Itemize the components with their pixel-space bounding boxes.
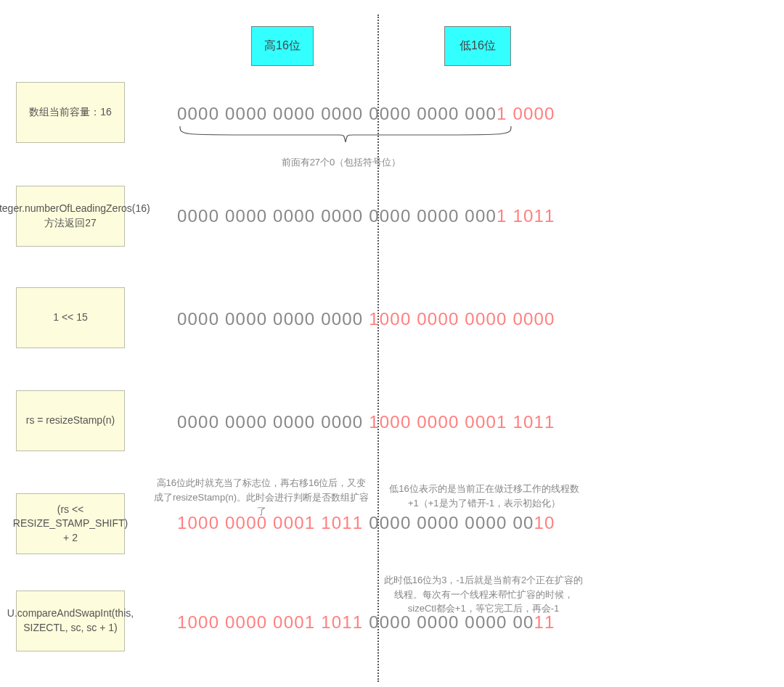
binary-row4-right-red: 1000 0000 0001 1011 (369, 412, 555, 432)
binary-row2: 0000 0000 0000 0000 0000 0000 0001 1011 (177, 206, 555, 226)
header-high16-label: 高16位 (264, 38, 301, 54)
label-row6: U.compareAndSwapInt(this, SIZECTL, sc, s… (16, 591, 125, 651)
header-high16: 高16位 (251, 26, 314, 66)
binary-row4-left: 0000 0000 0000 0000 (177, 412, 363, 432)
label-row4-text: rs = resizeStamp(n) (26, 414, 115, 428)
label-row3: 1 << 15 (16, 287, 125, 348)
binary-row3: 0000 0000 0000 0000 1000 0000 0000 0000 (177, 309, 555, 329)
label-row5-text: (rs << RESIZE_STAMP_SHIFT) + 2 (13, 503, 128, 546)
label-row2-text: Integer.numberOfLeadingZeros(16)方法返回27 (0, 202, 150, 230)
binary-row5: 1000 0000 0001 1011 0000 0000 0000 0010 (177, 513, 555, 533)
binary-row6: 1000 0000 0001 1011 0000 0000 0000 0011 (177, 612, 555, 633)
label-row2: Integer.numberOfLeadingZeros(16)方法返回27 (16, 186, 125, 247)
label-row1: 数组当前容量：16 (16, 82, 125, 143)
note-row6-right: 此时低16位为3，-1后就是当前有2个正在扩容的线程。每次有一个线程来帮忙扩容的… (380, 573, 587, 616)
binary-row5-right-black: 0000 0000 0000 00 (369, 513, 534, 532)
label-row3-text: 1 << 15 (53, 310, 88, 325)
binary-row5-right-red: 10 (534, 513, 555, 532)
label-row6-text: U.compareAndSwapInt(this, SIZECTL, sc, s… (7, 606, 134, 635)
binary-row2-right-red: 1 1011 (497, 206, 555, 226)
binary-row3-right-red: 1000 0000 0000 0000 (369, 309, 555, 329)
binary-row1-right-black: 0000 0000 000 (369, 104, 497, 123)
note-row6-right-text: 此时低16位为3，-1后就是当前有2个正在扩容的线程。每次有一个线程来帮忙扩容的… (384, 575, 583, 614)
binary-row2-right-black: 0000 0000 000 (369, 206, 497, 226)
binary-row1-right-red: 1 0000 (497, 104, 555, 123)
header-low16: 低16位 (444, 26, 511, 66)
label-row5: (rs << RESIZE_STAMP_SHIFT) + 2 (16, 493, 125, 554)
binary-row3-left: 0000 0000 0000 0000 (177, 309, 363, 329)
binary-row6-left-red: 1000 0000 0001 1011 (177, 612, 363, 632)
binary-row5-left-red: 1000 0000 0001 1011 (177, 513, 363, 532)
label-row4: rs = resizeStamp(n) (16, 390, 125, 451)
brace-note-text: 前面有27个0（包括符号位） (282, 157, 401, 168)
brace-note: 前面有27个0（包括符号位） (218, 155, 465, 170)
binary-row6-right-red: 11 (534, 612, 555, 632)
note-row5-left: 高16位此时就充当了标志位，再右移16位后，又变成了resizeStamp(n)… (152, 476, 370, 519)
binary-row1: 0000 0000 0000 0000 0000 0000 0001 0000 (177, 104, 555, 124)
brace-27zeros (177, 126, 514, 148)
note-row5-left-text: 高16位此时就充当了标志位，再右移16位后，又变成了resizeStamp(n)… (154, 477, 369, 517)
binary-row6-right-black: 0000 0000 0000 00 (369, 612, 534, 632)
label-row1-text: 数组当前容量：16 (29, 105, 112, 120)
header-low16-label: 低16位 (460, 38, 496, 54)
binary-row4: 0000 0000 0000 0000 1000 0000 0001 1011 (177, 412, 555, 432)
binary-row1-left: 0000 0000 0000 0000 (177, 104, 363, 123)
binary-row2-left: 0000 0000 0000 0000 (177, 206, 363, 226)
note-row5-right-text: 低16位表示的是当前正在做迁移工作的线程数+1（+1是为了错开-1，表示初始化） (389, 483, 579, 509)
note-row5-right: 低16位表示的是当前正在做迁移工作的线程数+1（+1是为了错开-1，表示初始化） (386, 482, 582, 510)
